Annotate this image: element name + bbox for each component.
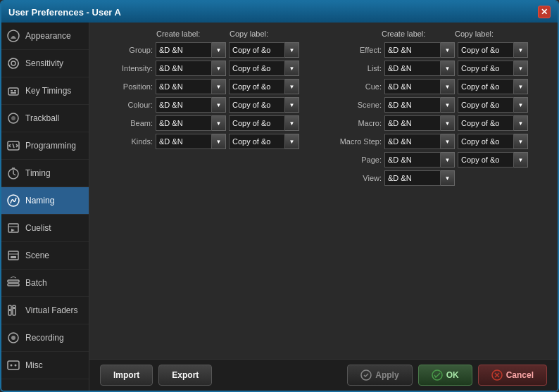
intensity-create-dropdown[interactable]: ▼ [212, 61, 226, 76]
kinds-create-field[interactable] [156, 134, 212, 149]
apply-button[interactable]: Apply [347, 365, 412, 386]
page-create-field[interactable] [384, 152, 441, 167]
colour-copy-dropdown[interactable]: ▼ [285, 97, 299, 113]
cue-row: Cue: ▼ ▼ [329, 77, 547, 96]
position-copy-input: ▼ [229, 79, 299, 94]
position-copy-dropdown[interactable]: ▼ [285, 79, 299, 94]
macro-create-field[interactable] [384, 115, 441, 131]
timing-label: Timing [25, 168, 51, 178]
macro-step-copy-dropdown[interactable]: ▼ [514, 134, 528, 149]
view-create-field[interactable] [384, 170, 441, 186]
sidebar-item-recording[interactable]: Recording [1, 324, 89, 352]
sidebar-item-virtual-faders[interactable]: Virtual Faders [1, 297, 89, 324]
export-button[interactable]: Export [158, 365, 212, 386]
scene-copy-field[interactable] [458, 97, 514, 113]
left-column: Group: ▼ ▼ Intensity [100, 41, 318, 187]
close-button[interactable]: ✕ [538, 6, 551, 18]
macro-step-create-input: ▼ [384, 134, 455, 149]
macro-step-create-dropdown[interactable]: ▼ [441, 134, 455, 149]
effect-create-field[interactable] [384, 42, 441, 58]
import-button[interactable]: Import [100, 365, 153, 386]
misc-icon [6, 358, 21, 373]
group-create-dropdown[interactable]: ▼ [212, 42, 226, 58]
ok-button[interactable]: OK [418, 365, 472, 386]
scene-copy-dropdown[interactable]: ▼ [514, 97, 528, 113]
macro-create-dropdown[interactable]: ▼ [441, 115, 455, 131]
colour-copy-field[interactable] [229, 97, 285, 113]
effect-copy-field[interactable] [458, 42, 514, 58]
scene-label: Scene [25, 251, 49, 260]
ok-icon [432, 369, 443, 381]
position-create-dropdown[interactable]: ▼ [212, 79, 226, 94]
colour-create-field[interactable] [156, 97, 212, 113]
group-create-input: ▼ [156, 42, 226, 58]
footer: Import Export Apply [89, 359, 558, 391]
sidebar-item-batch[interactable]: Batch [1, 270, 89, 297]
position-create-field[interactable] [156, 79, 212, 94]
list-create-dropdown[interactable]: ▼ [441, 61, 455, 76]
programming-label: Programming [25, 141, 76, 151]
sidebar-item-scene[interactable]: Scene [1, 242, 89, 270]
macro-copy-field[interactable] [458, 115, 514, 131]
page-copy-dropdown[interactable]: ▼ [514, 152, 528, 167]
sidebar-item-misc[interactable]: Misc [1, 352, 89, 379]
colour-create-dropdown[interactable]: ▼ [212, 97, 226, 113]
kinds-create-dropdown[interactable]: ▼ [212, 134, 226, 149]
list-create-field[interactable] [384, 61, 441, 76]
svg-line-14 [13, 174, 15, 175]
cue-copy-input: ▼ [458, 79, 528, 94]
timing-icon [6, 165, 21, 181]
scene-create-dropdown[interactable]: ▼ [441, 97, 455, 113]
scene-create-field[interactable] [384, 97, 441, 113]
page-copy-field[interactable] [458, 152, 514, 167]
group-copy-field[interactable] [229, 42, 285, 58]
macro-step-create-field[interactable] [384, 134, 441, 149]
sidebar-item-sensitivity[interactable]: Sensitivity [1, 50, 89, 77]
intensity-copy-dropdown[interactable]: ▼ [285, 61, 299, 76]
sidebar-item-naming[interactable]: Naming [1, 187, 89, 215]
beam-copy-dropdown[interactable]: ▼ [285, 115, 299, 131]
position-copy-field[interactable] [229, 79, 285, 94]
group-create-field[interactable] [156, 42, 212, 58]
page-create-dropdown[interactable]: ▼ [441, 152, 455, 167]
beam-create-field[interactable] [156, 115, 212, 131]
intensity-copy-field[interactable] [229, 61, 285, 76]
scene-naming-label: Scene: [329, 101, 382, 109]
intensity-create-field[interactable] [156, 61, 212, 76]
svg-point-9 [11, 116, 15, 120]
sidebar-item-programming[interactable]: Programming [1, 132, 89, 160]
cue-copy-dropdown[interactable]: ▼ [514, 79, 528, 94]
beam-create-dropdown[interactable]: ▼ [212, 115, 226, 131]
list-copy-field[interactable] [458, 61, 514, 76]
sidebar-item-key-timings[interactable]: Key Timings [1, 77, 89, 105]
effect-create-dropdown[interactable]: ▼ [441, 42, 455, 58]
effect-copy-dropdown[interactable]: ▼ [514, 42, 528, 58]
sidebar-item-timing[interactable]: Timing [1, 160, 89, 187]
cue-create-field[interactable] [384, 79, 441, 94]
cue-copy-field[interactable] [458, 79, 514, 94]
macro-create-input: ▼ [384, 115, 455, 131]
cuelist-label: Cuelist [25, 223, 51, 233]
sidebar-item-trackball[interactable]: Trackball [1, 105, 89, 132]
macro-step-copy-field[interactable] [458, 134, 514, 149]
intensity-copy-input: ▼ [229, 61, 299, 76]
macro-label: Macro: [329, 119, 382, 127]
kinds-copy-dropdown[interactable]: ▼ [285, 134, 299, 149]
sidebar-item-cuelist[interactable]: Cuelist [1, 215, 89, 242]
macro-copy-input: ▼ [458, 115, 528, 131]
macro-copy-dropdown[interactable]: ▼ [514, 115, 528, 131]
beam-row: Beam: ▼ ▼ [100, 114, 318, 132]
naming-icon [6, 193, 21, 208]
recording-label: Recording [25, 333, 64, 343]
beam-copy-field[interactable] [229, 115, 285, 131]
cue-create-dropdown[interactable]: ▼ [441, 79, 455, 94]
cancel-button[interactable]: Cancel [478, 365, 547, 386]
svg-rect-7 [11, 92, 16, 94]
group-copy-dropdown[interactable]: ▼ [285, 42, 299, 58]
list-copy-dropdown[interactable]: ▼ [514, 61, 528, 76]
sidebar-item-appearance[interactable]: Appearance [1, 23, 89, 50]
view-create-dropdown[interactable]: ▼ [441, 170, 455, 186]
kinds-copy-field[interactable] [229, 134, 285, 149]
kinds-label: Kinds: [100, 137, 153, 146]
intensity-create-input: ▼ [156, 61, 226, 76]
